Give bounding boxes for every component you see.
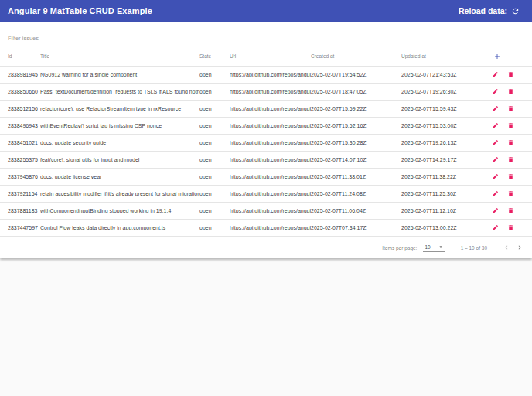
cell-title: withEventReplay() script tag is missing … [40, 123, 200, 128]
delete-issue-button[interactable] [506, 88, 514, 96]
table-row: 2838496943 withEventReplay() script tag … [0, 118, 532, 135]
cell-created-at: 2025-02-07T11:24:08Z [311, 191, 401, 196]
cell-url: https://api.github.com/repos/angular/a [230, 157, 311, 162]
table-row: 2837447597 Control Flow leaks data direc… [0, 220, 532, 237]
cell-title: Pass `textDocument/definition` requests … [40, 89, 200, 94]
delete-issue-button[interactable] [506, 156, 514, 164]
delete-issue-button[interactable] [506, 122, 514, 130]
cell-id: 2838981945 [0, 72, 40, 77]
cell-created-at: 2025-02-07T18:47:05Z [311, 89, 401, 94]
trash-icon [507, 139, 514, 146]
cell-state: open [200, 89, 230, 94]
cell-updated-at: 2025-02-07T21:43:53Z [401, 72, 487, 77]
cell-updated-at: 2025-02-07T13:00:22Z [401, 225, 487, 230]
cell-state: open [200, 106, 230, 111]
edit-issue-button[interactable] [491, 224, 499, 232]
chevron-left-icon [503, 244, 510, 251]
table-row: 2838451021 docs: update security guide o… [0, 135, 532, 152]
refresh-icon [511, 7, 520, 15]
cell-actions [487, 207, 532, 215]
edit-issue-button[interactable] [491, 190, 499, 198]
edit-issue-button[interactable] [491, 88, 499, 96]
chevron-right-icon [516, 244, 523, 251]
cell-created-at: 2025-02-07T14:07:10Z [311, 157, 401, 162]
cell-actions [487, 156, 532, 164]
next-page-button[interactable] [513, 241, 526, 254]
reload-data-label: Reload data: [459, 6, 507, 15]
cell-state: open [200, 208, 230, 213]
cell-created-at: 2025-02-07T19:54:52Z [311, 72, 401, 77]
reload-data-button[interactable]: Reload data: [454, 5, 524, 16]
app-toolbar: Angular 9 MatTable CRUD Example Reload d… [0, 0, 532, 22]
column-header-actions [487, 53, 532, 60]
cell-updated-at: 2025-02-07T11:38:22Z [401, 174, 487, 179]
cell-id: 2838255375 [0, 157, 40, 162]
cell-state: open [200, 191, 230, 196]
pencil-icon [492, 105, 499, 112]
cell-url: https://api.github.com/repos/angular/a [230, 89, 311, 94]
cell-created-at: 2025-02-07T15:59:22Z [311, 106, 401, 111]
column-header-state: State [200, 53, 230, 59]
edit-issue-button[interactable] [491, 156, 499, 164]
cell-title: docs: update license year [40, 174, 200, 179]
cell-title: refactor(core): use RefactorStreamItem t… [40, 106, 200, 111]
cell-title: Control Flow leaks data directly in app.… [40, 225, 200, 230]
page-size-select[interactable]: 10 [423, 243, 445, 252]
cell-id: 2838850660 [0, 89, 40, 94]
filter-input[interactable] [8, 35, 524, 46]
delete-issue-button[interactable] [506, 190, 514, 198]
cell-url: https://api.github.com/repos/angular/a [230, 191, 311, 196]
cell-created-at: 2025-02-07T11:38:01Z [311, 174, 401, 179]
cell-id: 2838512156 [0, 106, 40, 111]
table-row: 2837881183 withComponentInputBinding sto… [0, 203, 532, 220]
cell-actions [487, 88, 532, 96]
cell-updated-at: 2025-02-07T19:26:30Z [401, 89, 487, 94]
edit-issue-button[interactable] [491, 122, 499, 130]
edit-issue-button[interactable] [491, 105, 499, 113]
trash-icon [507, 122, 514, 129]
trash-icon [507, 207, 514, 214]
cell-state: open [200, 140, 230, 145]
edit-issue-button[interactable] [491, 207, 499, 215]
cell-updated-at: 2025-02-07T11:12:10Z [401, 208, 487, 213]
table-row: 2838512156 refactor(core): use RefactorS… [0, 101, 532, 118]
cell-actions [487, 173, 532, 181]
cell-updated-at: 2025-02-07T11:25:30Z [401, 191, 487, 196]
edit-issue-button[interactable] [491, 139, 499, 147]
cell-updated-at: 2025-02-07T19:26:13Z [401, 140, 487, 145]
cell-id: 2837945876 [0, 174, 40, 179]
column-header-url: Url [230, 53, 311, 59]
cell-url: https://api.github.com/repos/angular/a [230, 225, 311, 230]
cell-actions [487, 105, 532, 113]
arrow-drop-down-icon [438, 244, 444, 250]
cell-created-at: 2025-02-07T07:34:17Z [311, 225, 401, 230]
trash-icon [507, 190, 514, 197]
delete-issue-button[interactable] [506, 173, 514, 181]
add-issue-button[interactable] [493, 53, 501, 60]
cell-state: open [200, 174, 230, 179]
cell-actions [487, 190, 532, 198]
delete-issue-button[interactable] [506, 207, 514, 215]
delete-issue-button[interactable] [506, 71, 514, 79]
delete-issue-button[interactable] [506, 224, 514, 232]
plus-icon [493, 53, 501, 60]
cell-created-at: 2025-02-07T15:30:28Z [311, 140, 401, 145]
cell-url: https://api.github.com/repos/angular/a [230, 123, 311, 128]
cell-state: open [200, 157, 230, 162]
table-body: 2838981945 NG0912 warning for a single c… [0, 67, 532, 237]
delete-issue-button[interactable] [506, 105, 514, 113]
cell-updated-at: 2025-02-07T15:59:43Z [401, 106, 487, 111]
filter-field [0, 22, 532, 46]
edit-issue-button[interactable] [491, 173, 499, 181]
cell-id: 2837921154 [0, 191, 40, 196]
cell-state: open [200, 123, 230, 128]
cell-url: https://api.github.com/repos/angular/a [230, 106, 311, 111]
pencil-icon [492, 190, 499, 197]
previous-page-button[interactable] [500, 241, 513, 254]
edit-issue-button[interactable] [491, 71, 499, 79]
content-card: Id Title State Url Created at Updated at… [0, 22, 532, 258]
column-header-title: Title [40, 53, 200, 59]
trash-icon [507, 71, 514, 78]
delete-issue-button[interactable] [506, 139, 514, 147]
cell-updated-at: 2025-02-07T15:53:00Z [401, 123, 487, 128]
